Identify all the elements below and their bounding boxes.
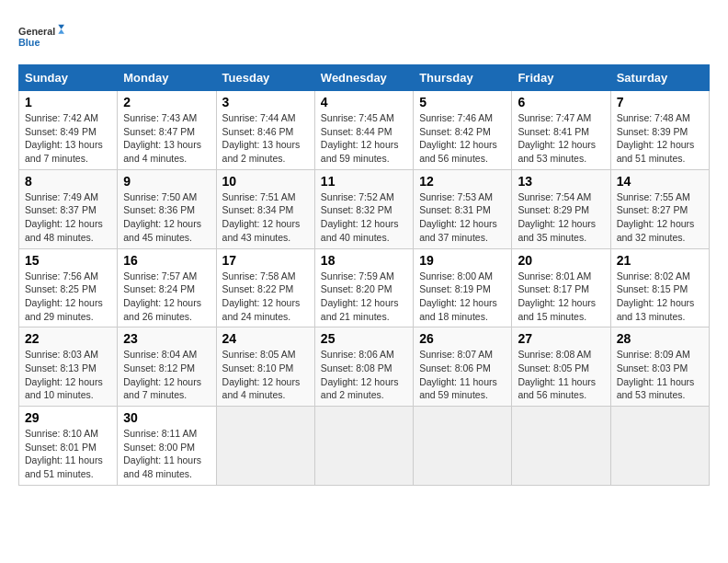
calendar-cell: 21 Sunrise: 8:02 AM Sunset: 8:15 PM Dayl…: [610, 248, 709, 327]
sunset: Sunset: 8:29 PM: [518, 203, 604, 217]
sunrise: Sunrise: 8:09 AM: [617, 348, 703, 362]
day-number: 23: [123, 331, 210, 346]
logo-svg: General Blue: [18, 18, 64, 55]
calendar-cell: 29 Sunrise: 8:10 AM Sunset: 8:01 PM Dayl…: [19, 407, 118, 486]
page-header: General Blue: [18, 18, 710, 55]
day-number: 1: [25, 95, 111, 109]
sunrise: Sunrise: 7:45 AM: [321, 111, 407, 125]
calendar-cell: 16 Sunrise: 7:57 AM Sunset: 8:24 PM Dayl…: [118, 248, 216, 327]
calendar-cell: 24 Sunrise: 8:05 AM Sunset: 8:10 PM Dayl…: [216, 327, 314, 407]
daylight: Daylight: 12 hours and 51 minutes.: [617, 138, 703, 165]
sunrise: Sunrise: 7:57 AM: [123, 270, 210, 283]
sunrise: Sunrise: 7:59 AM: [321, 270, 407, 283]
header-row: SundayMondayTuesdayWednesdayThursdayFrid…: [19, 65, 710, 91]
daylight: Daylight: 12 hours and 56 minutes.: [419, 138, 506, 165]
day-number: 26: [419, 331, 506, 346]
sunset: Sunset: 8:46 PM: [222, 125, 309, 139]
day-info: Sunrise: 7:57 AM Sunset: 8:24 PM Dayligh…: [123, 270, 210, 324]
daylight: Daylight: 11 hours and 56 minutes.: [518, 375, 604, 402]
calendar-cell: [414, 407, 512, 486]
header-thursday: Thursday: [414, 65, 512, 91]
sunset: Sunset: 8:42 PM: [419, 125, 506, 139]
header-friday: Friday: [512, 65, 610, 91]
sunrise: Sunrise: 8:00 AM: [419, 270, 506, 283]
sunrise: Sunrise: 8:03 AM: [25, 348, 111, 362]
calendar-cell: 8 Sunrise: 7:49 AM Sunset: 8:37 PM Dayli…: [19, 169, 118, 248]
calendar-cell: [610, 407, 709, 486]
day-number: 9: [123, 174, 210, 189]
day-info: Sunrise: 7:51 AM Sunset: 8:34 PM Dayligh…: [222, 190, 309, 245]
daylight: Daylight: 12 hours and 13 minutes.: [617, 296, 703, 323]
daylight: Daylight: 12 hours and 48 minutes.: [25, 217, 111, 244]
day-number: 18: [321, 253, 407, 268]
day-number: 15: [25, 253, 111, 268]
day-number: 27: [518, 331, 604, 346]
sunrise: Sunrise: 7:50 AM: [123, 190, 210, 204]
daylight: Daylight: 11 hours and 59 minutes.: [419, 375, 506, 402]
sunset: Sunset: 8:03 PM: [617, 362, 703, 375]
day-info: Sunrise: 7:56 AM Sunset: 8:25 PM Dayligh…: [25, 270, 111, 324]
sunset: Sunset: 8:32 PM: [321, 203, 407, 217]
day-number: 13: [518, 174, 604, 189]
sunrise: Sunrise: 7:53 AM: [419, 190, 506, 204]
calendar-cell: 5 Sunrise: 7:46 AM Sunset: 8:42 PM Dayli…: [414, 91, 512, 170]
sunrise: Sunrise: 7:52 AM: [321, 190, 407, 204]
day-info: Sunrise: 8:02 AM Sunset: 8:15 PM Dayligh…: [617, 270, 703, 324]
day-number: 28: [617, 331, 703, 346]
day-info: Sunrise: 7:45 AM Sunset: 8:44 PM Dayligh…: [321, 111, 407, 166]
calendar-cell: 18 Sunrise: 7:59 AM Sunset: 8:20 PM Dayl…: [314, 248, 413, 327]
calendar-cell: 2 Sunrise: 7:43 AM Sunset: 8:47 PM Dayli…: [118, 91, 216, 170]
daylight: Daylight: 11 hours and 53 minutes.: [617, 375, 703, 402]
calendar-cell: 28 Sunrise: 8:09 AM Sunset: 8:03 PM Dayl…: [610, 327, 709, 407]
sunset: Sunset: 8:25 PM: [25, 282, 111, 296]
daylight: Daylight: 12 hours and 18 minutes.: [419, 296, 506, 323]
day-number: 20: [518, 253, 604, 268]
day-number: 11: [321, 174, 407, 189]
calendar-cell: 1 Sunrise: 7:42 AM Sunset: 8:49 PM Dayli…: [19, 91, 118, 170]
sunrise: Sunrise: 7:47 AM: [518, 111, 604, 125]
day-info: Sunrise: 7:46 AM Sunset: 8:42 PM Dayligh…: [419, 111, 506, 166]
daylight: Daylight: 12 hours and 21 minutes.: [321, 296, 407, 323]
sunrise: Sunrise: 7:48 AM: [617, 111, 703, 125]
calendar-cell: 30 Sunrise: 8:11 AM Sunset: 8:00 PM Dayl…: [118, 407, 216, 486]
sunrise: Sunrise: 8:04 AM: [123, 348, 210, 362]
day-info: Sunrise: 7:48 AM Sunset: 8:39 PM Dayligh…: [617, 111, 703, 166]
day-number: 25: [321, 331, 407, 346]
sunrise: Sunrise: 7:49 AM: [25, 190, 111, 204]
daylight: Daylight: 12 hours and 35 minutes.: [518, 217, 604, 244]
header-monday: Monday: [118, 65, 216, 91]
day-number: 8: [25, 174, 111, 189]
sunset: Sunset: 8:31 PM: [419, 203, 506, 217]
day-info: Sunrise: 7:47 AM Sunset: 8:41 PM Dayligh…: [518, 111, 604, 166]
calendar-cell: 19 Sunrise: 8:00 AM Sunset: 8:19 PM Dayl…: [414, 248, 512, 327]
day-info: Sunrise: 8:09 AM Sunset: 8:03 PM Dayligh…: [617, 348, 703, 402]
day-number: 17: [222, 253, 309, 268]
day-number: 6: [518, 95, 604, 109]
day-info: Sunrise: 8:07 AM Sunset: 8:06 PM Dayligh…: [419, 348, 506, 402]
sunset: Sunset: 8:06 PM: [419, 362, 506, 375]
daylight: Daylight: 12 hours and 24 minutes.: [222, 296, 309, 323]
sunrise: Sunrise: 7:44 AM: [222, 111, 309, 125]
sunrise: Sunrise: 8:07 AM: [419, 348, 506, 362]
calendar-cell: [216, 407, 314, 486]
svg-marker-2: [58, 25, 64, 29]
day-number: 29: [25, 410, 111, 425]
sunset: Sunset: 8:24 PM: [123, 282, 210, 296]
calendar-week-3: 15 Sunrise: 7:56 AM Sunset: 8:25 PM Dayl…: [19, 248, 710, 327]
calendar-cell: 11 Sunrise: 7:52 AM Sunset: 8:32 PM Dayl…: [314, 169, 413, 248]
calendar-cell: 13 Sunrise: 7:54 AM Sunset: 8:29 PM Dayl…: [512, 169, 610, 248]
sunrise: Sunrise: 8:06 AM: [321, 348, 407, 362]
logo: General Blue: [18, 18, 64, 55]
day-info: Sunrise: 7:44 AM Sunset: 8:46 PM Dayligh…: [222, 111, 309, 166]
day-number: 3: [222, 95, 309, 109]
daylight: Daylight: 12 hours and 45 minutes.: [123, 217, 210, 244]
calendar-cell: 10 Sunrise: 7:51 AM Sunset: 8:34 PM Dayl…: [216, 169, 314, 248]
sunset: Sunset: 8:47 PM: [123, 125, 210, 139]
sunrise: Sunrise: 8:05 AM: [222, 348, 309, 362]
sunset: Sunset: 8:12 PM: [123, 362, 210, 375]
sunrise: Sunrise: 8:10 AM: [25, 427, 111, 441]
sunrise: Sunrise: 7:42 AM: [25, 111, 111, 125]
sunset: Sunset: 8:01 PM: [25, 441, 111, 454]
svg-text:Blue: Blue: [18, 37, 40, 48]
calendar-cell: 15 Sunrise: 7:56 AM Sunset: 8:25 PM Dayl…: [19, 248, 118, 327]
